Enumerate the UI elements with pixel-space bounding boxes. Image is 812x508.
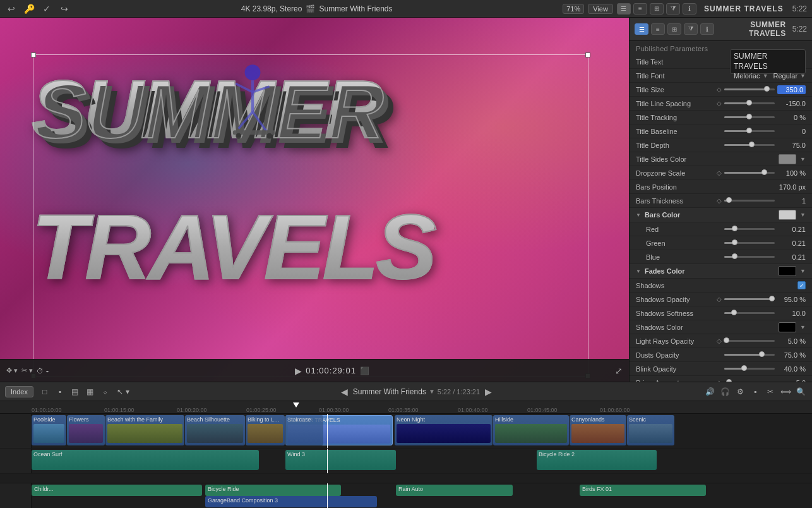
tl-icon-1[interactable]: □ <box>39 386 51 397</box>
lower-clip-garageband[interactable]: GarageBand Composition 3 <box>205 496 377 507</box>
play-button[interactable]: ▶ <box>295 366 302 376</box>
go-back-icon[interactable]: ↩ <box>5 3 18 15</box>
param-label-baseline: Title Baseline <box>636 128 712 135</box>
param-control-title-font[interactable]: Meloriac ▼ Regular ▼ <box>712 72 806 80</box>
clip-hillside[interactable]: Hillside <box>493 415 569 445</box>
clip-staircase[interactable]: Staircase <box>285 415 323 445</box>
bars-color-swatch[interactable] <box>779 210 796 220</box>
dusts-slider[interactable] <box>724 354 775 356</box>
param-control-blink-opacity: 40.0 % <box>712 365 806 373</box>
main-layout: SUMMER TRAVELS <box>0 18 812 382</box>
info-tab[interactable]: ℹ <box>700 23 714 35</box>
tl-clip-btn[interactable]: ▪ <box>749 386 761 397</box>
handle-tl[interactable] <box>31 52 36 57</box>
fades-color-triangle[interactable]: ▼ <box>636 269 641 274</box>
clip-ocean-surf[interactable]: Ocean Surf <box>32 450 259 470</box>
info-icon[interactable]: ℹ <box>683 3 696 15</box>
param-label-title-font: Title Font <box>636 72 712 80</box>
title-size-value[interactable]: 350.0 <box>777 85 806 94</box>
tl-icon-5[interactable]: ⬦ <box>99 386 112 397</box>
select-tool[interactable]: ↖ ▾ <box>117 386 129 397</box>
view-button[interactable]: View <box>588 4 613 14</box>
shadows-checkbox[interactable]: ✓ <box>797 281 806 289</box>
clip-neon-night[interactable]: Neon Night <box>395 415 493 445</box>
list-icon[interactable]: ≡ <box>633 3 647 15</box>
title-size-slider[interactable] <box>724 88 775 90</box>
key-icon[interactable]: 🔑 <box>23 3 35 15</box>
tl-icon-2[interactable]: ▪ <box>54 386 66 397</box>
lower-clip-rain-auto[interactable]: Rain Auto <box>396 485 513 496</box>
font-name[interactable]: Meloriac ▼ <box>734 72 768 80</box>
fullscreen-button[interactable]: ⤢ <box>615 366 623 376</box>
param-group-bars-color[interactable]: ▼ Bars Color ▼ <box>630 208 812 222</box>
tl-blade-btn[interactable]: ✂ <box>764 386 777 397</box>
shadows-color-arrow[interactable]: ▼ <box>800 324 806 330</box>
lower-clip-childr[interactable]: Childr... <box>32 485 202 496</box>
tracking-slider[interactable] <box>724 116 775 118</box>
clip-wind3[interactable]: Wind 3 <box>285 450 396 470</box>
sides-color-arrow[interactable]: ▼ <box>800 156 806 162</box>
handle-tr[interactable] <box>585 52 590 57</box>
font-style[interactable]: Regular ▼ <box>773 72 806 80</box>
filter-icon[interactable]: ⧩ <box>666 3 680 15</box>
clip-beach-silhouette[interactable]: Beach Silhouette <box>185 415 245 445</box>
bars-color-triangle[interactable]: ▼ <box>636 212 641 218</box>
bars-red-slider[interactable] <box>724 228 775 230</box>
right-panel-time: 5:22 <box>792 25 807 33</box>
lower-clip-birds[interactable]: Birds FX 01 <box>580 485 706 496</box>
line-spacing-slider[interactable] <box>724 102 775 104</box>
filter-tab[interactable]: ⧩ <box>684 23 698 35</box>
zoom-badge[interactable]: 71% <box>563 4 584 14</box>
clip-beach-family[interactable]: Beach with the Family <box>105 415 184 445</box>
list-tab[interactable]: ≡ <box>651 23 665 35</box>
grid-tab[interactable]: ⊞ <box>667 23 681 35</box>
tl-settings-btn[interactable]: ⚙ <box>734 386 746 397</box>
inspector-icon[interactable]: ☰ <box>617 3 631 15</box>
bars-thickness-slider[interactable] <box>724 200 775 202</box>
dropzone-slider[interactable] <box>724 172 775 174</box>
tl-headphones-btn[interactable]: 🎧 <box>719 386 731 397</box>
tl-timecode: 5:22 / 1:23:21 <box>438 388 480 396</box>
shadows-color-swatch[interactable] <box>779 322 796 332</box>
video-area[interactable]: SUMMER TRAVELS <box>0 18 629 382</box>
retiming-tool[interactable]: ⏱ ▾ <box>37 367 49 375</box>
param-control-shadows-color: ▼ <box>712 322 806 332</box>
tl-audio-btn[interactable]: 🔊 <box>703 386 716 397</box>
tl-prev-btn[interactable]: ◀ <box>341 387 348 397</box>
param-group-fades-color[interactable]: ▼ Fades Color ▼ <box>630 264 812 279</box>
check-icon[interactable]: ✓ <box>40 3 53 15</box>
clip-poolside[interactable]: Poolside <box>32 415 66 445</box>
transform-tool[interactable]: ✥ ▾ <box>6 366 18 375</box>
shadows-opacity-slider[interactable] <box>724 298 775 300</box>
inspector-tab[interactable]: ☰ <box>635 23 648 35</box>
depth-slider[interactable] <box>724 144 775 146</box>
timeline-header: Index □ ▪ ▤ ▦ ⬦ ↖ ▾ ◀ Summer With Friend… <box>0 382 812 401</box>
bars-green-slider[interactable] <box>724 242 775 244</box>
clip-flowers[interactable]: Flowers <box>67 415 105 445</box>
clip-scenic[interactable]: Scenic <box>627 415 674 445</box>
sides-color-swatch[interactable] <box>779 154 796 164</box>
tl-zoom-btn[interactable]: ⟺ <box>779 386 792 397</box>
light-rays-slider[interactable] <box>724 340 775 342</box>
go-forward-icon[interactable]: ↪ <box>58 3 71 15</box>
lower-clip-bicycle-ride[interactable]: Bicycle Ride <box>205 485 341 496</box>
fades-color-arrow[interactable]: ▼ <box>800 268 806 274</box>
clip-biking[interactable]: Biking to Lunch <box>246 415 285 445</box>
bars-blue-slider[interactable] <box>724 256 775 258</box>
fades-color-swatch[interactable] <box>779 266 796 276</box>
bars-color-arrow[interactable]: ▼ <box>800 212 806 218</box>
tl-magnify-btn[interactable]: 🔍 <box>794 386 807 397</box>
blink-slider[interactable] <box>724 368 775 370</box>
tl-next-btn[interactable]: ▶ <box>485 387 492 397</box>
index-button[interactable]: Index <box>5 386 33 397</box>
shadows-softness-slider[interactable] <box>724 312 775 314</box>
clip-bicycle-ride2[interactable]: Bicycle Ride 2 <box>537 450 657 470</box>
baseline-slider[interactable] <box>724 130 775 132</box>
grid-icon[interactable]: ⊞ <box>650 3 664 15</box>
trim-tool[interactable]: ✂ ▾ <box>21 366 33 375</box>
clip-canyonlands[interactable]: Canyonlands <box>570 415 626 445</box>
tl-icon-4[interactable]: ▦ <box>84 386 97 397</box>
ruler-tick-8: 01:00:60:00 <box>600 407 630 413</box>
tl-icon-3[interactable]: ▤ <box>69 386 81 397</box>
record-button[interactable]: ⬛ <box>360 366 369 375</box>
